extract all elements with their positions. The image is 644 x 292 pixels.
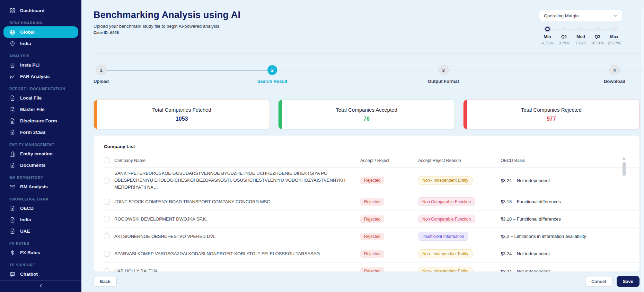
quartile-min: Min-1.71% xyxy=(540,27,555,45)
step-label: Upload xyxy=(94,79,109,84)
sidebar-nav: DashboardBENCHMARKINGGlobalIndiaANALYSIS… xyxy=(0,5,81,280)
quartile-radio[interactable] xyxy=(545,27,550,31)
step-circle[interactable]: 4 xyxy=(609,65,620,75)
table-row: SZARVASI KOMEP VAROSGAZDALKODASI NONPROF… xyxy=(104,245,639,263)
sidebar-item-label: Master File xyxy=(20,106,45,112)
scroll-up-icon[interactable] xyxy=(622,157,626,160)
quartile-label: Q1 xyxy=(561,34,567,39)
sidebar-item-disclosure-form[interactable]: Disclosure Form xyxy=(0,115,81,127)
sidebar-item-documents[interactable]: Documents xyxy=(0,160,81,171)
sidebar-item-master-file[interactable]: Master File xyxy=(0,104,81,115)
table-body: SANKT-PETERBURGSKOE GOSUDARSTVENNOE BYUD… xyxy=(104,168,639,272)
file-plus-icon xyxy=(9,106,16,113)
globe-icon xyxy=(9,29,16,35)
table-scrollbar xyxy=(622,157,626,176)
sidebar-item-oecd[interactable]: OECD xyxy=(0,203,81,214)
company-name: JOINT-STOCK COMPANY ROAD TRANSPORT COMPA… xyxy=(114,198,360,205)
sidebar-item-label: Dashboard xyxy=(20,8,45,14)
sidebar-item-far-analysis[interactable]: FAR Analysis xyxy=(0,71,81,82)
sidebar-item-form-3ceb[interactable]: Form 3CEB xyxy=(0,127,81,138)
row-checkbox[interactable] xyxy=(104,199,110,205)
file-lines-icon xyxy=(9,129,16,136)
quartile-value: -1.71% xyxy=(541,41,554,45)
quartile-radio[interactable] xyxy=(562,27,566,31)
sidebar-item-insta-pli[interactable]: Insta PLI xyxy=(0,59,81,71)
sidebar-item-fx-rates[interactable]: FX Rates xyxy=(0,247,81,258)
row-checkbox[interactable] xyxy=(104,268,110,272)
sidebar-item-uae[interactable]: UAE xyxy=(0,225,81,237)
quartile-radio[interactable] xyxy=(612,27,617,31)
sidebar-item-dashboard[interactable]: Dashboard xyxy=(0,5,81,16)
sidebar-item-india[interactable]: India xyxy=(0,214,81,225)
pli-selector[interactable]: Operating Margin xyxy=(539,10,622,22)
card-value: 76 xyxy=(363,116,370,122)
card-label: Total Companies Fetched xyxy=(152,107,211,113)
table-row: ROGOWSKI DEVELOPMENT DWOJKA SP.K.Rejecte… xyxy=(104,211,639,228)
cancel-button[interactable]: Cancel xyxy=(585,276,612,287)
sidebar-item-local-file[interactable]: Local File xyxy=(0,92,81,104)
chevron-left-icon xyxy=(38,283,44,290)
quartile-q1: Q13.79% xyxy=(556,27,572,45)
footer-actions: Cancel Save xyxy=(585,276,639,287)
sidebar-item-chatbot[interactable]: Chatbot xyxy=(0,268,81,280)
scrollbar-thumb[interactable] xyxy=(623,162,626,176)
select-all-checkbox[interactable] xyxy=(104,157,110,163)
step-circle[interactable]: 3 xyxy=(438,65,449,75)
back-button[interactable]: Back xyxy=(94,276,117,287)
sidebar-item-label: Global xyxy=(20,29,35,35)
sidebar-item-entity-creation[interactable]: Entity creation xyxy=(0,148,81,160)
sidebar-collapse-button[interactable] xyxy=(0,280,81,292)
quartile-radio[interactable] xyxy=(595,27,600,31)
card-label: Total Companies Accepted xyxy=(336,107,397,113)
stepper-segment-done xyxy=(101,70,272,70)
step-circle[interactable]: 2 xyxy=(267,65,277,75)
sidebar-item-label: OECD xyxy=(20,205,34,211)
page-subtitle: Upload your benchmark study file to begi… xyxy=(94,24,240,29)
file-lines-icon xyxy=(9,162,16,169)
company-name: AKTSIONERNOE OBSHCHESTVO VPERED DVL xyxy=(114,233,360,240)
status-badge: Rejected xyxy=(360,177,384,184)
sidebar-item-india[interactable]: India xyxy=(0,38,81,49)
nav-section-entity-management: ENTITY MANAGEMENT xyxy=(0,142,81,147)
summary-cards: Total Companies Fetched1053Total Compani… xyxy=(94,100,639,129)
file-lines-icon xyxy=(9,228,16,234)
file-person-icon xyxy=(9,118,16,124)
file-check-icon xyxy=(9,95,16,101)
file-lines-icon xyxy=(9,217,16,223)
sidebar-item-label: India xyxy=(20,217,31,223)
row-checkbox[interactable] xyxy=(104,216,110,222)
sidebar-item-label: FX Rates xyxy=(20,250,40,256)
company-list-panel: Company List Company Name Accept / Rejec… xyxy=(94,136,639,272)
building-icon xyxy=(9,151,16,157)
sidebar-item-label: FAR Analysis xyxy=(20,74,50,79)
footer-bar: Back Cancel Save xyxy=(94,276,639,287)
sidebar-item-bm-analysis[interactable]: BM Analysis xyxy=(0,181,81,192)
oecd-basis: ¶3.2 – Limitations in information availa… xyxy=(501,234,615,239)
sidebar-item-label: Form 3CEB xyxy=(20,129,46,135)
save-button[interactable]: Save xyxy=(617,276,639,287)
card-accent-bar xyxy=(464,100,467,129)
reason-badge: Non - Independent Entity xyxy=(418,176,473,185)
calculator-icon xyxy=(9,62,16,68)
row-checkbox[interactable] xyxy=(104,178,110,183)
sidebar-item-label: India xyxy=(20,41,31,46)
quartile-radio[interactable] xyxy=(579,27,583,31)
sidebar-item-label: UAE xyxy=(20,228,30,234)
table-row: UAB HOLLY BALTIJARejectedNon - Independe… xyxy=(104,263,639,272)
sidebar-item-label: Local File xyxy=(20,95,42,101)
quartile-value: 7.16% xyxy=(575,41,586,45)
reason-badge: Insufficient Information xyxy=(418,232,468,241)
row-checkbox[interactable] xyxy=(104,233,110,239)
quartile-label: Min xyxy=(544,34,551,39)
step-circle[interactable]: 1 xyxy=(96,65,106,75)
sidebar-item-global[interactable]: Global xyxy=(3,26,78,38)
sidebar-item-label: Disclosure Form xyxy=(20,118,57,124)
table-row: AKTSIONERNOE OBSHCHESTVO VPERED DVLRejec… xyxy=(104,228,639,245)
row-checkbox[interactable] xyxy=(104,251,110,257)
card-value: 1053 xyxy=(176,116,188,122)
nav-section-knowledge-bank: KNOWLEDGE BANK xyxy=(0,197,81,202)
sidebar-item-label: Chatbot xyxy=(20,271,38,277)
card-total-companies-fetched: Total Companies Fetched1053 xyxy=(94,100,270,129)
sidebar-item-label: Insta PLI xyxy=(20,62,39,68)
nav-section-benchmarking: BENCHMARKING xyxy=(0,20,81,26)
